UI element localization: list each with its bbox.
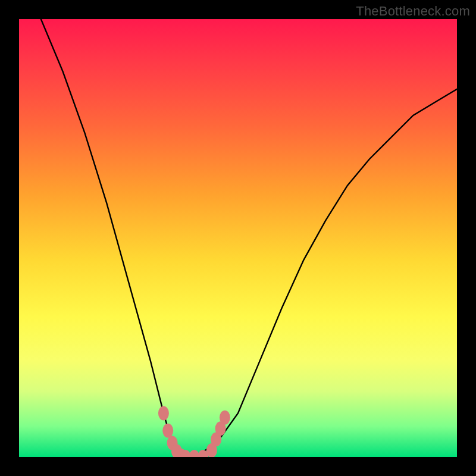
bottleneck-curve bbox=[41, 19, 457, 457]
marker-right-blob-4 bbox=[220, 411, 230, 425]
chart-frame: TheBottleneck.com bbox=[0, 0, 476, 476]
plot-area bbox=[19, 19, 457, 457]
marker-group bbox=[158, 406, 230, 457]
marker-left-blob-2 bbox=[162, 424, 173, 438]
watermark-text: TheBottleneck.com bbox=[356, 4, 470, 19]
curve-svg bbox=[19, 19, 457, 457]
marker-left-blob-1 bbox=[158, 406, 169, 420]
